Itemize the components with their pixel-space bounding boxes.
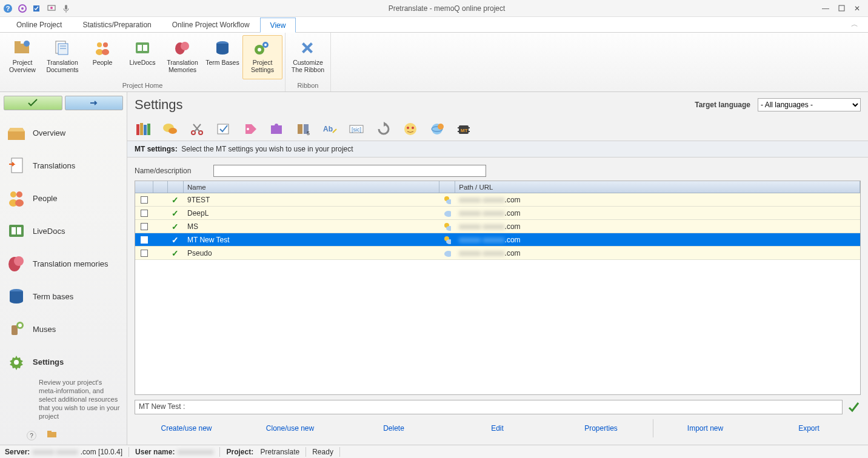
gear-icon[interactable] xyxy=(17,3,28,14)
tb-sic-icon[interactable]: [sic] xyxy=(348,121,366,137)
tb-refresh-icon[interactable] xyxy=(375,121,393,137)
table-row[interactable]: ✓Pseudoxxxxxx xxxxxx.com xyxy=(135,247,860,260)
ribbon-translation-memories[interactable]: Translation Memories xyxy=(162,35,202,79)
sidebar-item-overview[interactable]: Overview xyxy=(0,116,127,149)
svg-rect-22 xyxy=(138,45,142,51)
help-desc-icon[interactable]: ? xyxy=(27,431,36,440)
row-checkbox[interactable] xyxy=(135,207,153,219)
sidebar-item-translation-memories[interactable]: Translation memories xyxy=(0,247,127,280)
sidebar-item-livedocs[interactable]: LiveDocs xyxy=(0,214,127,247)
svg-point-65 xyxy=(275,124,278,127)
svg-point-44 xyxy=(14,256,24,266)
row-path: xxxxxx xxxxxx.com xyxy=(455,220,860,233)
tb-abc-icon[interactable]: Ab xyxy=(321,121,339,137)
filter-input[interactable] xyxy=(213,165,486,177)
action-export[interactable]: Export xyxy=(757,418,861,439)
people-nav-icon xyxy=(6,188,27,208)
settings-nav-icon xyxy=(6,351,27,372)
maximize-button[interactable] xyxy=(838,5,845,12)
action-import-new[interactable]: Import new xyxy=(653,418,757,439)
table-row[interactable]: ✓DeepLxxxxxx xxxxxx.com xyxy=(135,207,860,220)
mode-button-sync[interactable] xyxy=(65,96,124,110)
tb-scissors-icon[interactable] xyxy=(188,121,206,137)
collapse-ribbon-icon[interactable]: ︿ xyxy=(841,17,868,32)
mode-buttons xyxy=(0,92,127,114)
translation-documents-icon xyxy=(53,38,72,58)
sidebar-item-collapsed[interactable] xyxy=(40,426,127,445)
monitor-icon[interactable] xyxy=(46,3,57,14)
ribbon: Project Overview Translation Documents P… xyxy=(0,33,868,92)
target-lang-label: Target language xyxy=(695,101,750,109)
row-cloud-icon xyxy=(439,193,455,206)
sb-server-blur: xxxxxx xxxxxx xyxy=(32,448,78,456)
tb-tag-icon[interactable] xyxy=(241,121,259,137)
task-icon[interactable] xyxy=(32,3,42,14)
mode-button-commit[interactable] xyxy=(4,96,62,110)
svg-point-3 xyxy=(21,7,24,10)
tb-segment-icon[interactable]: 5 xyxy=(295,121,313,137)
header-cloud xyxy=(439,181,455,193)
tb-globe-icon[interactable] xyxy=(428,121,446,137)
svg-point-75 xyxy=(412,127,414,129)
row-checkbox[interactable] xyxy=(135,247,153,259)
row-blank xyxy=(153,220,168,233)
sb-ready: Ready xyxy=(312,448,333,456)
svg-point-73 xyxy=(404,123,416,135)
close-button[interactable]: ✕ xyxy=(853,5,861,12)
target-lang-select[interactable]: - All languages - xyxy=(758,98,861,111)
row-cloud-icon xyxy=(439,207,455,219)
help-icon[interactable]: ? xyxy=(2,3,13,14)
muses-nav-icon xyxy=(6,319,27,339)
action-clone-use-new[interactable]: Clone/use new xyxy=(238,418,342,439)
detail-row: MT New Test : xyxy=(135,400,861,414)
svg-rect-81 xyxy=(458,127,459,128)
row-name: MT New Test xyxy=(184,233,439,246)
tb-face-icon[interactable] xyxy=(401,121,419,137)
ribbon-livedocs[interactable]: LiveDocs xyxy=(122,35,162,79)
tb-books-icon[interactable] xyxy=(135,121,153,137)
row-checkbox[interactable] xyxy=(135,220,153,233)
ribbon-term-bases[interactable]: Term Bases xyxy=(202,35,242,79)
tab-online-project[interactable]: Online Project xyxy=(6,17,72,32)
sidebar-item-term-bases[interactable]: Term bases xyxy=(0,280,127,313)
table-row[interactable]: ✓9TESTxxxxxx xxxxxx.com xyxy=(135,193,860,207)
action-edit[interactable]: Edit xyxy=(446,418,549,439)
sidebar-item-translations[interactable]: Translations xyxy=(0,149,127,182)
tb-puzzle-icon[interactable] xyxy=(268,121,286,137)
window-controls: — ✕ xyxy=(822,5,866,12)
tab-statistics-preparation[interactable]: Statistics/Preparation xyxy=(72,17,161,32)
svg-rect-56 xyxy=(144,125,147,135)
svg-point-30 xyxy=(258,48,261,51)
action-delete[interactable]: Delete xyxy=(342,418,446,439)
svg-point-50 xyxy=(18,324,22,327)
table-row[interactable]: ✓MSxxxxxx xxxxxx.com xyxy=(135,220,860,233)
svg-rect-42 xyxy=(17,227,21,234)
row-checkbox[interactable] xyxy=(135,233,153,246)
tb-check-icon[interactable] xyxy=(215,121,233,137)
row-checkbox[interactable] xyxy=(135,193,153,206)
sidebar-item-muses[interactable]: Muses xyxy=(0,313,127,345)
apply-icon[interactable] xyxy=(846,400,861,414)
header-status xyxy=(168,181,184,193)
action-properties[interactable]: Properties xyxy=(549,418,653,439)
table-row[interactable]: ✓MT New Testxxxxxx xxxxxx.com xyxy=(135,233,860,247)
tb-mt-icon[interactable]: MT xyxy=(455,121,473,137)
mic-icon[interactable] xyxy=(61,3,72,14)
tb-chat-icon[interactable] xyxy=(161,121,179,137)
svg-point-47 xyxy=(10,299,23,304)
ribbon-project-overview[interactable]: Project Overview xyxy=(2,35,42,79)
livedocs-nav-icon xyxy=(6,221,27,241)
header-path[interactable]: Path / URL xyxy=(455,181,860,193)
minimize-button[interactable]: — xyxy=(822,5,829,12)
header-name[interactable]: Name xyxy=(184,181,439,193)
ribbon-project-settings[interactable]: Project Settings xyxy=(242,35,282,79)
tab-view[interactable]: View xyxy=(260,18,296,33)
ribbon-translation-documents[interactable]: Translation Documents xyxy=(42,35,82,79)
ribbon-customize-the-ribbon[interactable]: Customize The Ribbon xyxy=(288,35,328,79)
tab-online-project-workflow[interactable]: Online Project Workflow xyxy=(162,17,260,32)
ribbon-people[interactable]: People xyxy=(82,35,122,79)
sidebar-item-settings[interactable]: Settings xyxy=(0,345,127,378)
svg-point-20 xyxy=(102,49,109,55)
sidebar-item-people[interactable]: People xyxy=(0,182,127,214)
action-create-use-new[interactable]: Create/use new xyxy=(135,418,238,439)
